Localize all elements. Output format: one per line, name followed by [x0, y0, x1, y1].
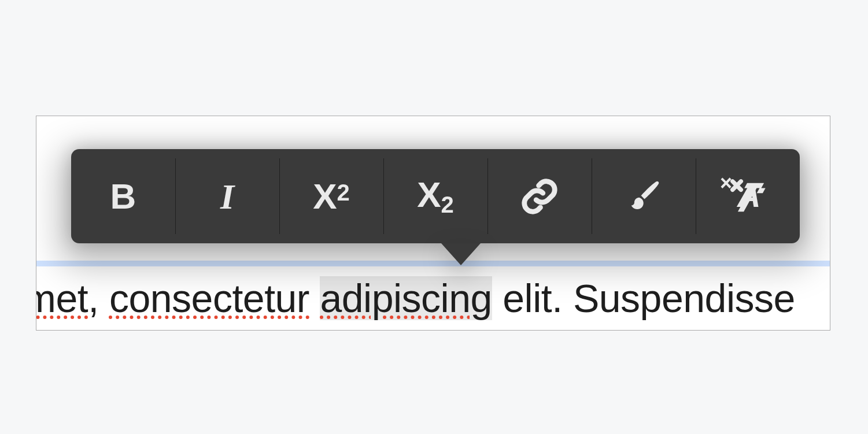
bold-button[interactable]: B	[71, 149, 175, 243]
superscript-exp: 2	[337, 180, 350, 205]
italic-icon: I	[220, 179, 234, 214]
editor-text-line[interactable]: amet, consectetur adipiscing elit. Suspe…	[36, 266, 795, 330]
superscript-button[interactable]: X2	[279, 149, 383, 243]
subscript-base: X	[417, 175, 441, 214]
link-icon	[519, 176, 560, 217]
text-seg-amet[interactable]: amet	[36, 276, 88, 320]
link-button[interactable]	[487, 149, 592, 243]
text-seg-sep2[interactable]	[309, 276, 320, 320]
subscript-sub: 2	[441, 192, 454, 217]
clear-formatting-button[interactable]: A ×	[696, 149, 800, 243]
clear-format-x: ×	[720, 171, 732, 195]
brush-icon	[623, 176, 664, 217]
text-seg-adipiscing-selected[interactable]: adipiscing	[320, 276, 492, 320]
clear-format-letter: A	[737, 177, 760, 214]
toolbar-caret	[441, 243, 481, 265]
highlight-button[interactable]	[592, 149, 696, 243]
bold-icon: B	[110, 179, 136, 214]
inline-formatting-toolbar: B I X2 X2	[71, 149, 800, 243]
subscript-button[interactable]: X2	[383, 149, 487, 243]
block-top-highlight	[36, 261, 830, 266]
text-seg-consectetur[interactable]: consectetur	[109, 276, 309, 320]
italic-button[interactable]: I	[175, 149, 279, 243]
editor-area[interactable]: B I X2 X2	[36, 116, 830, 331]
text-seg-rest[interactable]: elit. Suspendisse	[492, 276, 795, 320]
subscript-icon: X2	[417, 177, 454, 216]
superscript-base: X	[313, 176, 337, 216]
text-seg-sep1[interactable]: ,	[88, 276, 109, 320]
superscript-icon: X2	[313, 179, 350, 214]
